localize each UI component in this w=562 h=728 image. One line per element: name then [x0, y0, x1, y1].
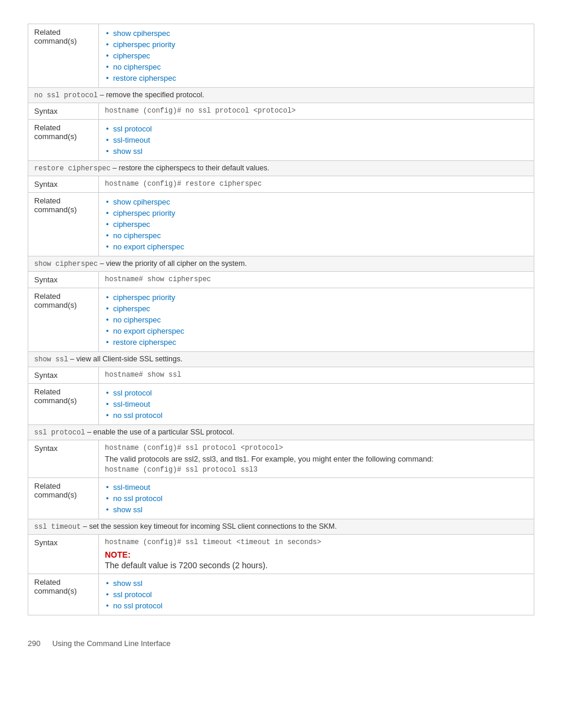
cmd-list: ssl-timeout no ssl protocol show ssl: [105, 482, 528, 515]
main-table: Relatedcommand(s) show cpiherspec cipher…: [28, 24, 534, 615]
cmd-link[interactable]: no ssl protocol: [113, 601, 163, 610]
cmd-link[interactable]: show cpiherspec: [113, 29, 170, 38]
footer-text: Using the Command Line Interface: [52, 639, 171, 648]
syntax-cell: hostname (config)# no ssl protocol <prot…: [99, 103, 534, 120]
cmd-link[interactable]: cipherspec priority: [113, 209, 176, 218]
cmd-link[interactable]: ssl-timeout: [113, 483, 150, 492]
label-cell: Relatedcommand(s): [28, 120, 99, 161]
section-mono: ssl protocol: [34, 429, 85, 437]
table-row: Relatedcommand(s) ssl-timeout no ssl pro…: [28, 478, 534, 519]
list-item: no export cipherspec: [105, 241, 528, 252]
note-text: The default value is 7200 seconds (2 hou…: [105, 561, 528, 570]
label-cell: Relatedcommand(s): [28, 24, 99, 88]
cmd-link[interactable]: no export cipherspec: [113, 242, 184, 251]
table-row: Syntax hostname (config)# no ssl protoco…: [28, 103, 534, 120]
section-header-cell: no ssl protocol – remove the specified p…: [28, 88, 534, 103]
section-header-cell: show ssl – view all Client-side SSL sett…: [28, 352, 534, 367]
section-mono: no ssl protocol: [34, 91, 98, 100]
list-item: restore cipherspec: [105, 73, 528, 84]
label-cell: Syntax: [28, 535, 99, 574]
cmd-link[interactable]: ssl protocol: [113, 124, 152, 133]
section-mono: show cipherspec: [34, 260, 98, 268]
page-number: 290: [28, 639, 41, 648]
label-cell: Syntax: [28, 176, 99, 193]
cmd-link[interactable]: restore cipherspec: [113, 74, 176, 83]
table-row: ssl protocol – enable the use of a parti…: [28, 425, 534, 440]
table-row: Syntax hostname# show cipherspec: [28, 272, 534, 288]
table-row: ssl timeout – set the session key timeou…: [28, 519, 534, 535]
cmd-link[interactable]: show ssl: [113, 579, 143, 588]
list-item: show ssl: [105, 504, 528, 515]
cmd-list: ssl protocol ssl-timeout show ssl: [105, 123, 528, 157]
cmd-link[interactable]: show cpiherspec: [113, 197, 170, 206]
related-commands-cell: ssl protocol ssl-timeout show ssl: [99, 120, 534, 161]
syntax-cell: hostname (config)# ssl timeout <timeout …: [99, 535, 534, 574]
cmd-link[interactable]: cipherspec: [113, 220, 150, 229]
list-item: ssl-timeout: [105, 134, 528, 146]
cmd-link[interactable]: no ssl protocol: [113, 411, 163, 420]
syntax-cell: hostname# show cipherspec: [99, 272, 534, 288]
list-item: cipherspec: [105, 303, 528, 314]
list-item: no ssl protocol: [105, 493, 528, 504]
related-commands-cell: show cpiherspec cipherspec priority ciph…: [99, 24, 534, 88]
list-item: cipherspec priority: [105, 292, 528, 303]
cmd-link[interactable]: show ssl: [113, 505, 143, 514]
list-item: cipherspec priority: [105, 39, 528, 50]
section-mono: restore cipherspec: [34, 164, 111, 173]
cmd-link[interactable]: ssl protocol: [113, 388, 152, 397]
list-item: no cipherspec: [105, 314, 528, 325]
list-item: ssl protocol: [105, 589, 528, 600]
label-cell: Relatedcommand(s): [28, 478, 99, 519]
section-mono: ssl timeout: [34, 523, 81, 531]
label-cell: Relatedcommand(s): [28, 193, 99, 256]
table-row: show ssl – view all Client-side SSL sett…: [28, 352, 534, 367]
related-commands-cell: show ssl ssl protocol no ssl protocol: [99, 574, 534, 615]
table-row: Syntax hostname (config)# ssl timeout <t…: [28, 535, 534, 574]
cmd-link[interactable]: restore cipherspec: [113, 338, 176, 347]
table-row: Syntax hostname (config)# restore cipher…: [28, 176, 534, 193]
page: Relatedcommand(s) show cpiherspec cipher…: [28, 12, 534, 660]
list-item: no ssl protocol: [105, 600, 528, 611]
table-row: Syntax hostname# show ssl: [28, 367, 534, 384]
cmd-link[interactable]: ssl-timeout: [113, 400, 150, 409]
syntax-cell: hostname (config)# restore cipherspec: [99, 176, 534, 193]
cmd-list: show cpiherspec cipherspec priority ciph…: [105, 196, 528, 252]
cmd-list: show ssl ssl protocol no ssl protocol: [105, 578, 528, 611]
cmd-link[interactable]: no ssl protocol: [113, 494, 163, 503]
cmd-link[interactable]: cipherspec priority: [113, 40, 176, 49]
list-item: no cipherspec: [105, 230, 528, 241]
related-commands-cell: ssl-timeout no ssl protocol show ssl: [99, 478, 534, 519]
list-item: no cipherspec: [105, 61, 528, 73]
list-item: cipherspec priority: [105, 207, 528, 219]
cmd-link[interactable]: no cipherspec: [113, 315, 161, 324]
cmd-link[interactable]: no export cipherspec: [113, 327, 184, 335]
label-cell: Relatedcommand(s): [28, 574, 99, 615]
label-cell: Relatedcommand(s): [28, 288, 99, 352]
cmd-list: show cpiherspec cipherspec priority ciph…: [105, 28, 528, 84]
list-item: no ssl protocol: [105, 410, 528, 421]
table-row: restore cipherspec – restore the ciphers…: [28, 161, 534, 176]
table-row: Syntax hostname (config)# ssl protocol <…: [28, 440, 534, 478]
syntax-line: hostname (config)# ssl timeout <timeout …: [105, 538, 528, 546]
cmd-link[interactable]: cipherspec: [113, 304, 150, 313]
cmd-link[interactable]: no cipherspec: [113, 62, 161, 71]
cmd-link[interactable]: no cipherspec: [113, 231, 161, 240]
section-desc: – view the priority of all cipher on the…: [100, 259, 247, 268]
syntax-cell: hostname# show ssl: [99, 367, 534, 384]
list-item: no export cipherspec: [105, 325, 528, 337]
section-header-cell: ssl timeout – set the session key timeou…: [28, 519, 534, 535]
cmd-link[interactable]: show ssl: [113, 147, 143, 156]
table-row: show cipherspec – view the priority of a…: [28, 256, 534, 272]
label-cell: Syntax: [28, 440, 99, 478]
note-label: NOTE:: [105, 550, 131, 559]
cmd-link[interactable]: cipherspec priority: [113, 293, 176, 302]
cmd-link[interactable]: cipherspec: [113, 51, 150, 60]
table-row: Relatedcommand(s) show cpiherspec cipher…: [28, 193, 534, 256]
section-desc: – restore the cipherspecs to their defau…: [113, 164, 269, 172]
cmd-link[interactable]: ssl protocol: [113, 590, 152, 599]
table-row: Relatedcommand(s) cipherspec priority ci…: [28, 288, 534, 352]
cmd-link[interactable]: ssl-timeout: [113, 136, 150, 144]
table-row: Relatedcommand(s) ssl protocol ssl-timeo…: [28, 384, 534, 425]
syntax-line-1: hostname (config)# ssl protocol <protoco…: [105, 444, 528, 452]
list-item: restore cipherspec: [105, 337, 528, 348]
